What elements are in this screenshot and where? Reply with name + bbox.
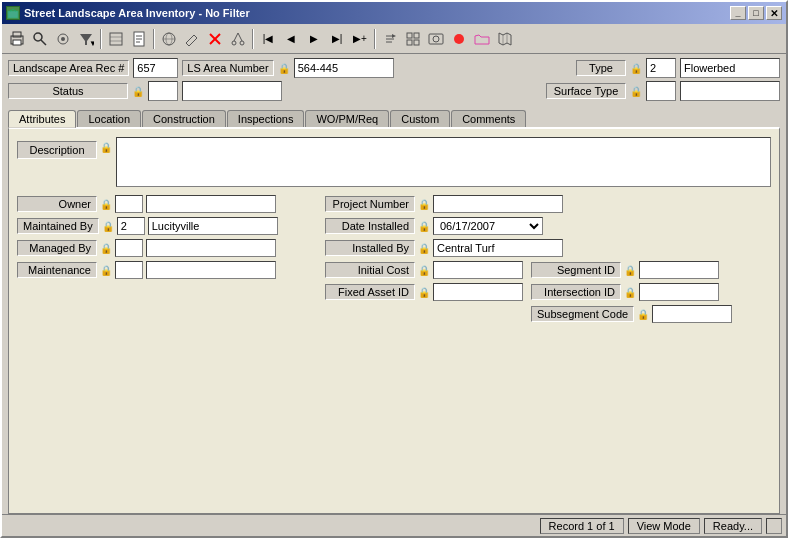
maintained-value-input[interactable]: [148, 217, 278, 235]
cost-asset-row: Initial Cost 🔒 Fixed Asset ID 🔒 Segmen: [325, 261, 771, 323]
initial-cost-lock: 🔒: [418, 262, 430, 278]
toolbar-photo[interactable]: [425, 28, 447, 50]
svg-line-26: [238, 33, 242, 41]
project-number-input[interactable]: [433, 195, 563, 213]
installed-by-row: Installed By 🔒: [325, 239, 771, 257]
toolbar-next[interactable]: ▶: [303, 28, 325, 50]
initial-cost-row: Initial Cost 🔒: [325, 261, 523, 279]
toolbar-edit[interactable]: [181, 28, 203, 50]
segment-input[interactable]: [639, 261, 719, 279]
managed-value-input[interactable]: [146, 239, 276, 257]
toolbar-delete[interactable]: [204, 28, 226, 50]
project-number-lock: 🔒: [418, 196, 430, 212]
tab-inspections[interactable]: Inspections: [227, 110, 305, 128]
subsegment-input[interactable]: [652, 305, 732, 323]
type-code-input[interactable]: [646, 58, 676, 78]
toolbar-cut[interactable]: [227, 28, 249, 50]
fixed-asset-input[interactable]: [433, 283, 523, 301]
description-row: Description 🔒: [17, 137, 771, 187]
toolbar-separator-4: [374, 29, 376, 49]
toolbar-folder[interactable]: [471, 28, 493, 50]
surface-type-label: Surface Type: [546, 83, 626, 99]
svg-point-33: [433, 36, 439, 42]
maintenance-code-input[interactable]: [115, 261, 143, 279]
maximize-button[interactable]: □: [748, 6, 764, 20]
toolbar-link[interactable]: [379, 28, 401, 50]
ready-status: Ready...: [704, 518, 762, 534]
tab-location[interactable]: Location: [77, 110, 141, 128]
window-title: Street Landscape Area Inventory - No Fil…: [24, 7, 250, 19]
toolbar-list[interactable]: [105, 28, 127, 50]
segment-lock: 🔒: [624, 262, 636, 278]
toolbar-tools[interactable]: [52, 28, 74, 50]
svg-line-25: [234, 33, 238, 41]
tab-comments[interactable]: Comments: [451, 110, 526, 128]
surface-type-code-input[interactable]: [646, 81, 676, 101]
maintenance-value-input[interactable]: [146, 261, 276, 279]
scrollbar-stub: [766, 518, 782, 534]
toolbar-report[interactable]: [128, 28, 150, 50]
toolbar-prev[interactable]: ◀: [280, 28, 302, 50]
date-installed-lock: 🔒: [418, 218, 430, 234]
project-number-label: Project Number: [325, 196, 415, 212]
toolbar-new[interactable]: ▶+: [349, 28, 371, 50]
initial-cost-input[interactable]: [433, 261, 523, 279]
installed-by-input[interactable]: [433, 239, 563, 257]
maintained-code-input[interactable]: [117, 217, 145, 235]
toolbar-grid[interactable]: [402, 28, 424, 50]
toolbar-print[interactable]: [6, 28, 28, 50]
description-label: Description: [17, 141, 97, 159]
toolbar-globe[interactable]: [158, 28, 180, 50]
description-lock: 🔒: [100, 139, 112, 155]
maintenance-lock: 🔒: [100, 262, 112, 278]
managed-label: Managed By: [17, 240, 97, 256]
tab-custom[interactable]: Custom: [390, 110, 450, 128]
tab-construction[interactable]: Construction: [142, 110, 226, 128]
title-buttons: _ □ ✕: [730, 6, 782, 20]
owner-lock: 🔒: [100, 196, 112, 212]
intersection-input[interactable]: [639, 283, 719, 301]
maintenance-row: Maintenance 🔒: [17, 261, 317, 279]
type-value-input[interactable]: [680, 58, 780, 78]
maintenance-label: Maintenance: [17, 262, 97, 278]
installed-by-lock: 🔒: [418, 240, 430, 256]
owner-value-input[interactable]: [146, 195, 276, 213]
status-label: Status: [8, 83, 128, 99]
svg-point-4: [34, 33, 42, 41]
toolbar-map[interactable]: [494, 28, 516, 50]
toolbar-last[interactable]: ▶|: [326, 28, 348, 50]
ls-area-input[interactable]: [294, 58, 394, 78]
content-area: Description 🔒 Owner 🔒 Maintained By 🔒: [8, 127, 780, 514]
toolbar-search[interactable]: [29, 28, 51, 50]
toolbar-first[interactable]: |◀: [257, 28, 279, 50]
subsegment-lock: 🔒: [637, 306, 649, 322]
title-bar: Street Landscape Area Inventory - No Fil…: [2, 2, 786, 24]
svg-rect-0: [8, 11, 18, 18]
date-installed-select[interactable]: 06/17/2007: [433, 217, 543, 235]
rec-input[interactable]: [133, 58, 178, 78]
svg-line-20: [194, 35, 197, 38]
tab-wo-pm-req[interactable]: WO/PM/Req: [305, 110, 389, 128]
subsegment-label: Subsegment Code: [531, 306, 634, 322]
owner-code-input[interactable]: [115, 195, 143, 213]
toolbar-separator-3: [252, 29, 254, 49]
toolbar-filter-dropdown[interactable]: ▼: [75, 28, 97, 50]
status-value-input[interactable]: [182, 81, 282, 101]
managed-code-input[interactable]: [115, 239, 143, 257]
record-status: Record 1 of 1: [540, 518, 624, 534]
description-textarea[interactable]: [116, 137, 771, 187]
surface-type-lock: 🔒: [630, 83, 642, 99]
status-bar: Record 1 of 1 View Mode Ready...: [2, 514, 786, 536]
tab-attributes[interactable]: Attributes: [8, 110, 76, 128]
surface-type-value-input[interactable]: [680, 81, 780, 101]
status-code-input[interactable]: [148, 81, 178, 101]
minimize-button[interactable]: _: [730, 6, 746, 20]
fields-grid: Owner 🔒 Maintained By 🔒 Managed By 🔒: [17, 195, 771, 323]
segment-row: Segment ID 🔒: [531, 261, 732, 279]
toolbar-red-dot[interactable]: [448, 28, 470, 50]
close-button[interactable]: ✕: [766, 6, 782, 20]
tabs-container: Attributes Location Construction Inspect…: [2, 105, 786, 127]
svg-marker-27: [392, 34, 396, 38]
svg-point-24: [240, 41, 244, 45]
svg-rect-10: [110, 33, 122, 45]
